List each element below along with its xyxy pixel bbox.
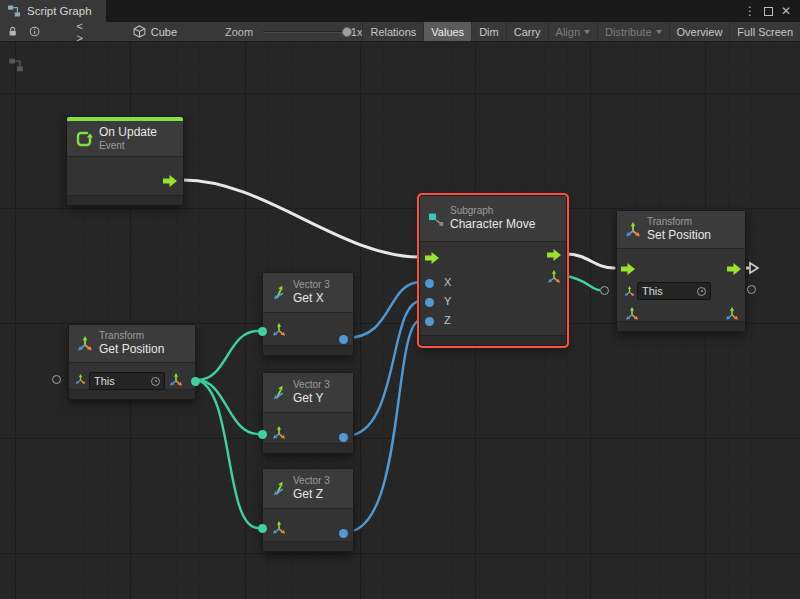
- node-footer: [263, 345, 353, 355]
- node-get-x[interactable]: Vector 3 Get X: [262, 272, 354, 356]
- wire-getposition-to-getz: [197, 380, 258, 528]
- values-label: Values: [431, 26, 464, 38]
- wire-getz-to-z: [346, 320, 421, 532]
- flow-continuation-port[interactable]: [748, 261, 760, 275]
- on-update-loop-icon: [75, 130, 93, 148]
- input-port-y[interactable]: [425, 298, 434, 307]
- object-picker-icon[interactable]: [697, 287, 706, 296]
- distribute-dropdown[interactable]: Distribute: [597, 22, 668, 41]
- input-port-x[interactable]: [425, 279, 434, 288]
- carry-label: Carry: [514, 26, 541, 38]
- window-menu-button[interactable]: ⋮: [741, 2, 759, 20]
- wire-getposition-to-gety: [197, 380, 258, 434]
- graph-target-button[interactable]: Cube: [133, 25, 177, 38]
- caret-down-icon: [656, 30, 662, 34]
- toolbar-toggle-group: Relations Values Dim Carry Align Distrib…: [362, 22, 800, 41]
- vector3-type-icon: [272, 426, 286, 440]
- wire-getposition-to-getx: [197, 331, 258, 380]
- setposition-this-input-port[interactable]: [600, 286, 609, 295]
- z-output-port[interactable]: [339, 529, 348, 538]
- lock-icon[interactable]: [8, 25, 17, 38]
- node-title: Get X: [293, 291, 330, 305]
- node-get-position[interactable]: Transform Get Position This: [68, 324, 196, 400]
- vector3-output-icon[interactable]: [547, 270, 561, 284]
- vector3-input-icon[interactable]: [625, 307, 639, 321]
- zoom-slider[interactable]: [263, 26, 342, 38]
- maximize-icon: [764, 7, 773, 16]
- transform-icon: [625, 222, 641, 238]
- node-character-move[interactable]: Subgraph Character Move X Y Z: [419, 195, 567, 346]
- vector-input-port[interactable]: [258, 430, 267, 439]
- zoom-slider-track[interactable]: [263, 31, 342, 33]
- graph-toolbar: < > Cube Zoom 1x Relations Values Dim Ca…: [0, 22, 800, 42]
- wire-gety-to-y: [346, 301, 421, 436]
- carry-toggle[interactable]: Carry: [506, 22, 548, 41]
- window-maximize-button[interactable]: [759, 2, 777, 20]
- wire-charactermove-to-setposition-this: [565, 276, 599, 290]
- titlebar: Script Graph ⋮ ✕: [0, 0, 800, 22]
- graph-target-label: Cube: [151, 26, 177, 38]
- position-output-port[interactable]: [191, 377, 200, 386]
- wire-onupdate-to-charactermove: [183, 180, 420, 257]
- node-footer: [420, 335, 566, 345]
- relations-label: Relations: [370, 26, 416, 38]
- input-port-z[interactable]: [425, 317, 434, 326]
- node-type-label: Subgraph: [450, 205, 535, 217]
- zoom-label: Zoom: [225, 26, 253, 38]
- this-object-field[interactable]: This: [637, 282, 711, 300]
- node-type-label: Vector 3: [293, 279, 330, 291]
- node-set-position[interactable]: Transform Set Position This: [616, 210, 746, 332]
- node-footer: [263, 541, 353, 551]
- script-graph-window: Script Graph ⋮ ✕ < > Cube Zoom 1x Relati…: [0, 0, 800, 599]
- node-on-update[interactable]: On Update Event: [66, 116, 184, 206]
- node-title: Character Move: [450, 217, 535, 231]
- zoom-slider-handle[interactable]: [342, 27, 352, 37]
- node-get-z[interactable]: Vector 3 Get Z: [262, 468, 354, 552]
- vector-input-port[interactable]: [258, 327, 267, 336]
- overview-button[interactable]: Overview: [669, 22, 730, 41]
- flow-input-port[interactable]: [621, 263, 635, 275]
- node-subtitle: Event: [99, 140, 157, 152]
- relations-toggle[interactable]: Relations: [362, 22, 423, 41]
- object-picker-icon[interactable]: [151, 377, 160, 386]
- input-label-x: X: [444, 276, 451, 288]
- distribute-label: Distribute: [605, 26, 651, 38]
- caret-down-icon: [584, 30, 590, 34]
- node-get-y[interactable]: Vector 3 Get Y: [262, 372, 354, 454]
- flow-output-port[interactable]: [727, 263, 741, 275]
- info-icon[interactable]: [29, 25, 40, 38]
- dim-toggle[interactable]: Dim: [471, 22, 506, 41]
- overview-label: Overview: [677, 26, 723, 38]
- node-type-label: Vector 3: [293, 475, 330, 487]
- align-dropdown[interactable]: Align: [548, 22, 597, 41]
- full-screen-toggle[interactable]: Full Screen: [729, 22, 800, 41]
- vector3-type-icon: [169, 373, 183, 387]
- node-type-label: Transform: [99, 330, 164, 342]
- full-screen-label: Full Screen: [737, 26, 793, 38]
- this-object-field[interactable]: This: [89, 372, 165, 390]
- setposition-target-output-port[interactable]: [747, 285, 756, 294]
- flow-input-port[interactable]: [425, 252, 439, 264]
- flow-output-port[interactable]: [163, 175, 177, 187]
- transform-icon: [77, 336, 93, 352]
- window-close-button[interactable]: ✕: [777, 2, 795, 20]
- transform-type-icon: [624, 286, 635, 297]
- flow-output-port[interactable]: [547, 249, 561, 261]
- graph-canvas[interactable]: On Update Event Subgraph Character Move: [0, 42, 800, 599]
- vector3-output-icon[interactable]: [725, 307, 739, 321]
- edit-code-icon[interactable]: < >: [77, 20, 93, 44]
- transform-type-icon: [75, 374, 86, 385]
- node-type-label: Vector 3: [293, 379, 330, 391]
- window-controls: ⋮ ✕: [741, 0, 800, 22]
- x-output-port[interactable]: [339, 335, 348, 344]
- input-label-z: Z: [444, 314, 451, 326]
- node-footer: [67, 195, 183, 205]
- zoom-value: 1x: [351, 26, 363, 38]
- getposition-this-input-port[interactable]: [52, 375, 61, 384]
- y-output-port[interactable]: [339, 433, 348, 442]
- node-title: Get Position: [99, 342, 164, 356]
- node-title: Get Z: [293, 487, 330, 501]
- values-toggle[interactable]: Values: [423, 22, 471, 41]
- vector-input-port[interactable]: [258, 524, 267, 533]
- vector3-icon: [271, 481, 287, 497]
